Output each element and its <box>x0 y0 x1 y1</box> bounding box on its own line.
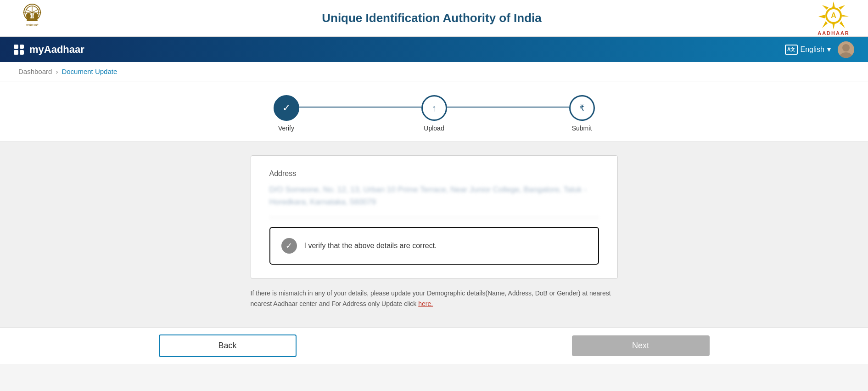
address-card: Address D/O Someone, No. 12, 13, Urban 1… <box>251 155 618 279</box>
grid-icon <box>14 45 24 55</box>
step-verify: ✓ Verify <box>274 95 299 132</box>
svg-point-21 <box>842 44 850 51</box>
language-label: English <box>801 45 824 54</box>
step-verify-label: Verify <box>278 125 294 132</box>
breadcrumb: Dashboard › Document Update <box>0 62 868 81</box>
svg-text:A: A <box>831 11 836 19</box>
navbar: myAadhaar A文 English ▾ <box>0 37 868 62</box>
mismatch-link[interactable]: here. <box>418 300 433 307</box>
svg-marker-11 <box>839 5 845 10</box>
svg-point-6 <box>26 13 31 19</box>
verify-text: I verify that the above details are corr… <box>304 242 437 250</box>
top-header: सत्यमेव जयते Unique Identification Autho… <box>0 0 868 37</box>
verify-box[interactable]: ✓ I verify that the above details are co… <box>269 227 599 265</box>
emblem-logo: सत्यमेव जयते <box>18 2 46 34</box>
nav-right: A文 English ▾ <box>785 41 854 58</box>
breadcrumb-dashboard: Dashboard <box>18 68 52 75</box>
back-button[interactable]: Back <box>159 334 297 357</box>
breadcrumb-arrow: › <box>56 68 58 75</box>
svg-marker-17 <box>822 5 829 10</box>
svg-marker-16 <box>818 15 825 18</box>
footer-bar: Back Next <box>0 327 868 364</box>
avatar-icon <box>838 41 854 58</box>
aadhaar-sun-icon: A <box>818 0 850 30</box>
main-content: Address D/O Someone, No. 12, 13, Urban 1… <box>0 142 868 327</box>
svg-point-22 <box>840 52 852 58</box>
step-line-1 <box>299 107 421 108</box>
step-upload-label: Upload <box>424 125 444 132</box>
step-upload-circle: ↑ <box>421 95 447 121</box>
progress-section: ✓ Verify ↑ Upload ₹ Submit <box>0 81 868 142</box>
svg-marker-13 <box>840 21 845 28</box>
step-line-2 <box>447 107 569 108</box>
aadhaar-logo: A AADHAAR <box>818 0 850 36</box>
svg-marker-15 <box>822 21 828 28</box>
nav-brand: myAadhaar <box>14 44 84 56</box>
svg-rect-8 <box>27 19 38 21</box>
language-icon: A文 <box>785 45 798 55</box>
step-upload: ↑ Upload <box>421 95 447 132</box>
chevron-down-icon: ▾ <box>827 45 831 54</box>
step-submit-circle: ₹ <box>569 95 595 121</box>
emblem-icon: सत्यमेव जयते <box>18 2 46 34</box>
breadcrumb-current: Document Update <box>62 68 117 75</box>
step-submit: ₹ Submit <box>569 95 595 132</box>
svg-text:सत्यमेव जयते: सत्यमेव जयते <box>26 23 39 27</box>
steps-container: ✓ Verify ↑ Upload ₹ Submit <box>274 95 595 132</box>
page-title: Unique Identification Authority of India <box>46 11 818 25</box>
user-avatar[interactable] <box>838 41 854 58</box>
svg-marker-14 <box>832 23 835 29</box>
svg-marker-12 <box>842 15 849 17</box>
mismatch-notice: If there is mismatch in any of your deta… <box>251 288 618 309</box>
language-selector[interactable]: A文 English ▾ <box>785 45 831 55</box>
next-button[interactable]: Next <box>572 335 710 356</box>
aadhaar-text: AADHAAR <box>818 30 850 36</box>
brand-name: myAadhaar <box>29 44 84 56</box>
svg-marker-10 <box>832 1 835 8</box>
step-submit-label: Submit <box>572 125 592 132</box>
address-label: Address <box>269 170 599 178</box>
address-text: D/O Someone, No. 12, 13, Urban 10 Prime … <box>269 183 599 218</box>
checkbox-icon: ✓ <box>281 238 297 254</box>
step-verify-circle: ✓ <box>274 95 299 121</box>
svg-point-7 <box>34 13 38 19</box>
